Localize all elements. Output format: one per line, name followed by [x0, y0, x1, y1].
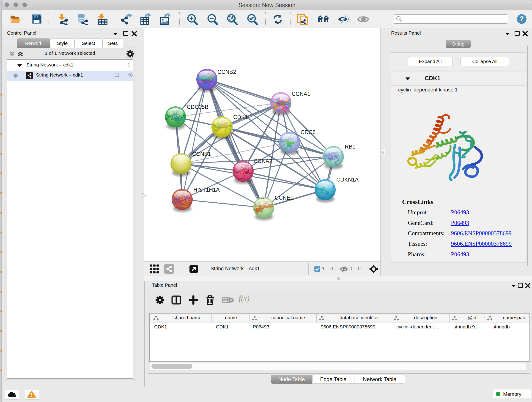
svg-text:HIST1H1A: HIST1H1A — [193, 186, 220, 193]
svg-text:CCNB2: CCNB2 — [217, 69, 236, 75]
svg-text:CDC6: CDC6 — [301, 129, 316, 135]
svg-text:CDK1: CDK1 — [233, 114, 248, 120]
svg-text:CCNB1: CCNB1 — [192, 151, 211, 157]
svg-text:CCNA1: CCNA1 — [292, 91, 310, 97]
svg-text:CCNE1: CCNE1 — [275, 195, 293, 201]
svg-text:CDKN1A: CDKN1A — [336, 177, 359, 183]
svg-text:CCNA2: CCNA2 — [254, 158, 272, 164]
svg-text:CDC25B: CDC25B — [187, 104, 209, 110]
svg-text:RB1: RB1 — [345, 143, 355, 150]
